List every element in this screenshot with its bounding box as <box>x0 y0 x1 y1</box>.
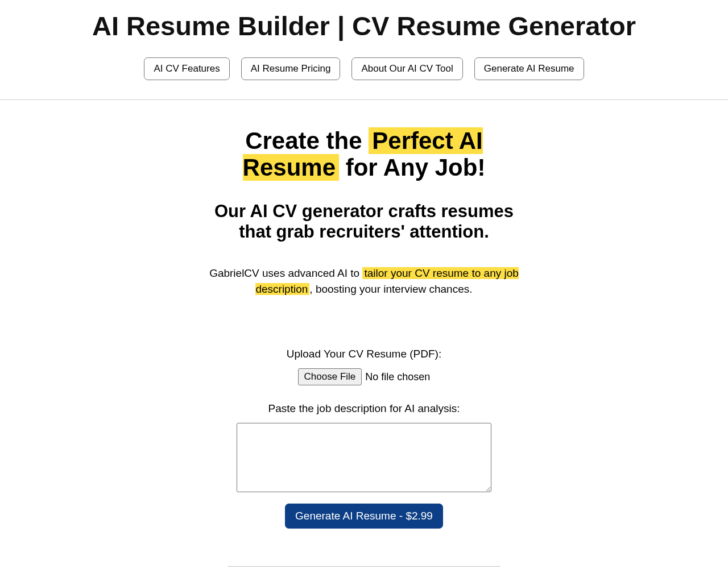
job-description-textarea[interactable] <box>237 423 491 492</box>
nav-about-button[interactable]: About Our AI CV Tool <box>351 57 462 80</box>
file-status: No file chosen <box>365 371 430 383</box>
hero-heading: Create the Perfect AI Resume for Any Job… <box>205 127 523 181</box>
description-prefix: GabrielCV uses advanced AI to <box>209 267 362 279</box>
upload-label: Upload Your CV Resume (PDF): <box>205 348 523 360</box>
file-input-row: Choose File No file chosen <box>205 368 523 385</box>
choose-file-button[interactable]: Choose File <box>298 368 362 385</box>
hero-suffix: for Any Job! <box>339 154 485 181</box>
section-divider <box>228 566 500 567</box>
nav-features-button[interactable]: AI CV Features <box>144 57 229 80</box>
main-nav: AI CV Features AI Resume Pricing About O… <box>0 57 728 80</box>
page-title: AI Resume Builder | CV Resume Generator <box>0 10 728 41</box>
sub-heading: Our AI CV generator crafts resumes that … <box>205 201 523 242</box>
description: GabrielCV uses advanced AI to tailor you… <box>205 265 523 297</box>
generate-resume-button[interactable]: Generate AI Resume - $2.99 <box>285 504 443 529</box>
page-header: AI Resume Builder | CV Resume Generator … <box>0 0 728 100</box>
main-content: Create the Perfect AI Resume for Any Job… <box>205 100 523 582</box>
description-suffix: , boosting your interview chances. <box>309 283 472 295</box>
nav-generate-button[interactable]: Generate AI Resume <box>474 57 584 80</box>
paste-label: Paste the job description for AI analysi… <box>205 402 523 415</box>
nav-pricing-button[interactable]: AI Resume Pricing <box>241 57 341 80</box>
hero-prefix: Create the <box>245 127 369 154</box>
